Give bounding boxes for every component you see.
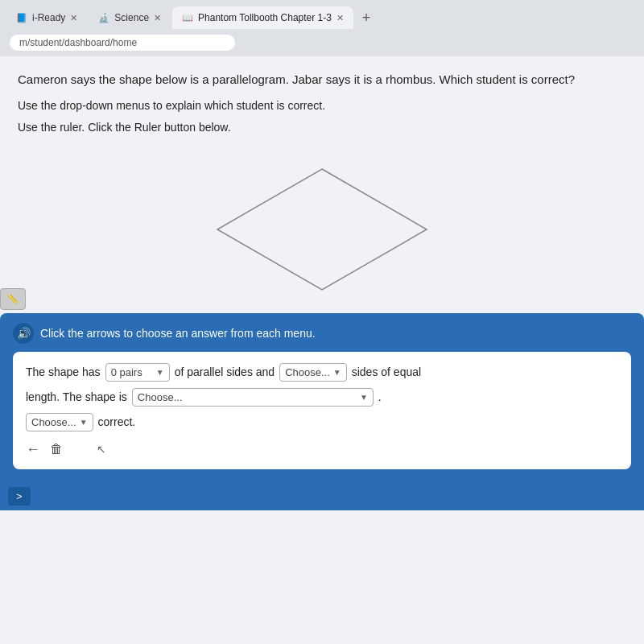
dropdown-correct-label: Choose...	[31, 416, 76, 428]
row1-text-part1: The shape has	[26, 365, 101, 378]
tab-phantom[interactable]: 📖 Phantom Tollbooth Chapter 1-3 ✕	[172, 6, 353, 29]
dropdown-shape-arrow: ▼	[360, 393, 368, 402]
ruler-button[interactable]: 📏	[0, 288, 26, 310]
instruction2: Use the ruler. Click the Ruler button be…	[18, 119, 628, 136]
row1-text-part2: of parallel sides and	[175, 365, 275, 378]
dropdown-sides-arrow: ▼	[333, 368, 341, 377]
diamond-container	[209, 161, 435, 298]
tab-science-label: Science	[114, 12, 149, 23]
speaker-icon[interactable]: 🔊	[13, 323, 34, 344]
dropdown-correct-arrow: ▼	[80, 418, 88, 427]
main-content: Cameron says the shape below is a parall…	[0, 56, 644, 644]
dropdown-pairs-label: 0 pairs	[111, 366, 142, 378]
answer-instruction-row: 🔊 Click the arrows to choose an answer f…	[13, 323, 631, 344]
instruction1: Use the drop-down menus to explain which…	[18, 97, 628, 114]
answer-card: The shape has 0 pairs ▼ of parallel side…	[13, 352, 631, 469]
tab-iready-label: i-Ready	[32, 12, 65, 23]
dropdown-pairs[interactable]: 0 pairs ▼	[105, 363, 170, 382]
shape-area: 📏	[0, 149, 644, 310]
row2-text-part1: length. The shape is	[26, 390, 127, 403]
diamond-shape	[209, 161, 435, 298]
bottom-nav: >	[0, 482, 644, 510]
answer-row-2: length. The shape is Choose... ▼ .	[26, 388, 618, 407]
answer-row-3: Choose... ▼ correct.	[26, 413, 618, 431]
question-text: Cameron says the shape below is a parall…	[18, 71, 628, 89]
address-input[interactable]	[10, 35, 235, 51]
question-area: Cameron says the shape below is a parall…	[0, 56, 644, 149]
row1-text-part3: sides of equal	[352, 365, 421, 378]
dropdown-shape-label: Choose...	[138, 391, 183, 403]
close-iready[interactable]: ✕	[70, 13, 77, 23]
tab-bar: 📘 i-Ready ✕ 🔬 Science ✕ 📖 Phantom Tollbo…	[0, 0, 644, 29]
dropdown-pairs-arrow: ▼	[156, 368, 164, 377]
dropdown-correct[interactable]: Choose... ▼	[26, 413, 93, 431]
browser-chrome: 📘 i-Ready ✕ 🔬 Science ✕ 📖 Phantom Tollbo…	[0, 0, 644, 56]
answer-section: 🔊 Click the arrows to choose an answer f…	[0, 313, 644, 482]
action-row: ← 🗑 ↖	[26, 438, 618, 458]
answer-instruction-text: Click the arrows to choose an answer fro…	[40, 327, 316, 340]
dropdown-sides-label: Choose...	[285, 366, 330, 378]
phantom-icon: 📖	[182, 13, 193, 23]
row3-text-part1: correct.	[98, 415, 136, 428]
answer-row-1: The shape has 0 pairs ▼ of parallel side…	[26, 363, 618, 382]
cursor-indicator: ↖	[97, 443, 106, 456]
close-science[interactable]: ✕	[154, 13, 161, 23]
dropdown-shape[interactable]: Choose... ▼	[132, 388, 374, 407]
tab-science[interactable]: 🔬 Science ✕	[89, 6, 171, 29]
science-icon: 🔬	[98, 13, 109, 23]
close-phantom[interactable]: ✕	[336, 13, 344, 23]
new-tab-button[interactable]: +	[355, 6, 378, 29]
dropdown-sides[interactable]: Choose... ▼	[279, 363, 347, 382]
tab-phantom-label: Phantom Tollbooth Chapter 1-3	[198, 12, 332, 23]
row2-period: .	[378, 390, 382, 403]
tab-iready[interactable]: 📘 i-Ready ✕	[6, 6, 87, 29]
svg-marker-0	[217, 169, 427, 290]
trash-button[interactable]: 🗑	[50, 442, 63, 456]
next-button[interactable]: >	[8, 487, 31, 506]
address-bar	[0, 29, 644, 56]
back-button[interactable]: ←	[26, 441, 40, 458]
iready-icon: 📘	[16, 13, 27, 23]
